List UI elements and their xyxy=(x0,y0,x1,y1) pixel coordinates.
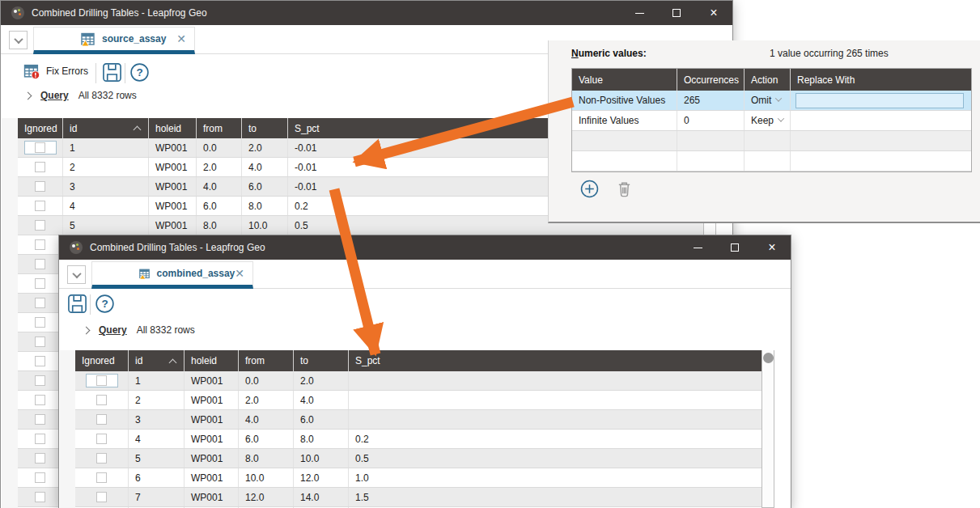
replace-with-input[interactable] xyxy=(795,93,964,108)
table-left-margin xyxy=(2,118,18,508)
maximize-button[interactable] xyxy=(658,1,695,25)
ignored-checkbox[interactable] xyxy=(35,181,45,192)
minimize-button[interactable] xyxy=(679,235,716,260)
vertical-scrollbar[interactable] xyxy=(762,350,774,508)
ignored-checkbox[interactable] xyxy=(96,414,107,425)
ignored-checkbox[interactable] xyxy=(35,298,45,308)
close-button[interactable]: × xyxy=(695,1,732,25)
tab-close-icon[interactable]: ✕ xyxy=(235,268,244,279)
column-header-from[interactable]: from xyxy=(197,118,242,138)
column-header-from[interactable]: from xyxy=(239,350,294,371)
to-cell: 10.0 xyxy=(242,216,288,235)
ignored-cell xyxy=(18,313,63,332)
ignored-checkbox[interactable] xyxy=(35,492,45,502)
rule-value-cell xyxy=(572,151,677,171)
ignored-checkbox[interactable] xyxy=(35,453,45,464)
ignored-checkbox[interactable] xyxy=(35,220,45,231)
ignored-checkbox[interactable] xyxy=(35,395,45,405)
to-cell: 2.0 xyxy=(294,371,349,390)
ignored-cell xyxy=(18,410,63,429)
ignored-checkbox[interactable] xyxy=(96,472,107,483)
rule-action-dropdown[interactable]: Keep xyxy=(745,111,791,130)
tab-combined-assay[interactable]: combined_assay ✕ xyxy=(91,261,253,289)
ignored-checkbox[interactable] xyxy=(96,375,107,386)
close-button[interactable]: × xyxy=(753,235,791,260)
ignored-checkbox[interactable] xyxy=(96,395,107,405)
tab-close-icon[interactable]: ✕ xyxy=(176,33,186,44)
help-button[interactable]: ? xyxy=(95,294,115,314)
ignored-cell xyxy=(75,391,129,409)
column-header-id[interactable]: id xyxy=(63,118,149,138)
save-button[interactable] xyxy=(67,294,87,314)
fix-errors-icon xyxy=(23,63,40,79)
query-label[interactable]: Query xyxy=(99,324,127,336)
ignored-checkbox[interactable] xyxy=(35,356,45,366)
column-header-id[interactable]: id xyxy=(129,350,185,371)
tab-bar: combined_assay ✕ xyxy=(59,260,791,289)
window-title: Combined Drilling Tables - Leapfrog Geo xyxy=(90,242,265,253)
ignored-checkbox[interactable] xyxy=(35,162,45,172)
holeid-cell: WP001 xyxy=(149,177,197,196)
from-cell: 10.0 xyxy=(239,468,294,487)
scroll-thumb[interactable] xyxy=(763,353,774,363)
query-summary: All 8332 rows xyxy=(78,90,137,101)
ignored-checkbox[interactable] xyxy=(96,492,107,502)
delete-rule-button[interactable] xyxy=(616,180,633,198)
s_pct-cell xyxy=(349,391,762,409)
column-header-label: to xyxy=(248,123,257,134)
to-cell: 2.0 xyxy=(242,138,288,157)
ignored-checkbox[interactable] xyxy=(96,434,107,444)
tab-list-dropdown-button[interactable] xyxy=(9,31,28,49)
save-icon xyxy=(102,62,122,83)
ignored-checkbox[interactable] xyxy=(35,375,45,386)
ignored-checkbox[interactable] xyxy=(35,337,45,347)
save-button[interactable] xyxy=(102,62,122,83)
column-header-ignored[interactable]: Ignored xyxy=(18,118,63,138)
holeid-cell: WP001 xyxy=(185,391,239,409)
window-combined-assay: Combined Drilling Tables - Leapfrog Geo … xyxy=(58,235,791,508)
rule-row xyxy=(572,151,971,171)
ignored-checkbox[interactable] xyxy=(35,472,45,483)
ignored-checkbox[interactable] xyxy=(35,259,45,269)
expand-chevron-icon[interactable] xyxy=(24,91,32,99)
tab-list-dropdown-button[interactable] xyxy=(67,265,86,284)
column-header-s-pct[interactable]: S_pct xyxy=(349,350,762,371)
ignored-checkbox[interactable] xyxy=(35,278,45,289)
id-cell: 1 xyxy=(129,371,185,390)
add-rule-button[interactable] xyxy=(580,180,599,198)
tab-source-assay[interactable]: source_assay ✕ xyxy=(33,27,195,54)
column-header-to[interactable]: to xyxy=(242,118,288,138)
help-button[interactable]: ? xyxy=(129,62,150,83)
ignored-checkbox[interactable] xyxy=(35,317,45,328)
sort-ascending-icon xyxy=(169,358,177,366)
from-cell: 4.0 xyxy=(197,177,242,196)
drilling-table: IgnoredidholeidfromtoS_pct1WP0010.02.02W… xyxy=(75,350,762,508)
rule-row[interactable]: Non-Positive Values265Omit xyxy=(572,91,971,111)
maximize-button[interactable] xyxy=(716,235,753,260)
column-header-label: from xyxy=(245,355,265,366)
ignored-checkbox[interactable] xyxy=(35,239,45,250)
ignored-checkbox[interactable] xyxy=(35,201,45,211)
expand-chevron-icon[interactable] xyxy=(83,326,91,334)
column-header-holeid[interactable]: holeid xyxy=(149,118,197,138)
ignored-cell xyxy=(18,216,63,235)
ignored-checkbox[interactable] xyxy=(96,453,107,464)
s_pct-cell: 1.0 xyxy=(349,468,762,487)
column-header-label: S_pct xyxy=(295,123,320,134)
query-label[interactable]: Query xyxy=(40,90,69,101)
column-header-holeid[interactable]: holeid xyxy=(185,350,239,371)
ignored-checkbox[interactable] xyxy=(35,414,45,425)
toolbar-separator xyxy=(90,294,91,315)
fix-errors-button[interactable]: Fix Errors xyxy=(23,63,88,79)
holeid-cell: WP001 xyxy=(185,468,239,487)
rule-value-cell xyxy=(572,131,677,150)
column-header-to[interactable]: to xyxy=(294,350,349,371)
column-header-ignored[interactable]: Ignored xyxy=(75,350,129,371)
minimize-button[interactable] xyxy=(621,1,658,25)
ignored-checkbox[interactable] xyxy=(35,434,45,444)
rule-action-dropdown[interactable]: Omit xyxy=(745,91,791,110)
rule-row[interactable]: Infinite Values0Keep xyxy=(572,111,971,131)
ignored-checkbox[interactable] xyxy=(35,142,45,153)
numeric-values-label: Numeric values: xyxy=(571,48,647,59)
table-row: 6WP00110.012.01.0 xyxy=(75,468,762,488)
